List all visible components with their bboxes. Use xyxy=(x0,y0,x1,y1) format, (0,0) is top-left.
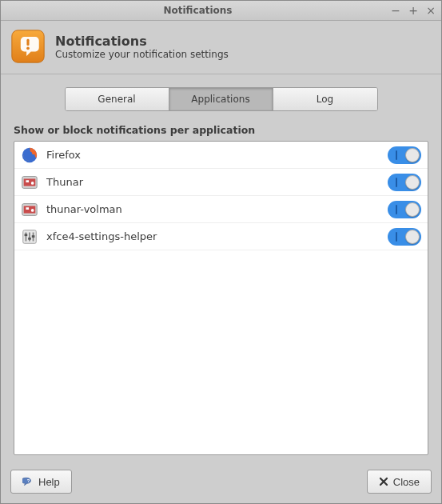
svg-rect-14 xyxy=(29,232,30,241)
svg-point-2 xyxy=(26,46,30,50)
help-icon: ? xyxy=(22,476,34,487)
app-row-settings-helper: xfce4-settings-helper xyxy=(14,223,428,250)
close-button[interactable]: Close xyxy=(367,470,432,494)
svg-rect-18 xyxy=(32,235,35,238)
app-row-thunar: Thunar xyxy=(14,169,428,196)
help-label: Help xyxy=(38,476,60,488)
svg-rect-6 xyxy=(26,180,29,182)
svg-rect-1 xyxy=(26,39,29,46)
section-label: Show or block notifications per applicat… xyxy=(14,124,428,136)
svg-rect-13 xyxy=(26,232,27,241)
tab-applications[interactable]: Applications xyxy=(169,88,273,110)
window-title: Notifications xyxy=(6,5,390,16)
app-list: Firefox Thunar xyxy=(14,141,428,455)
app-row-firefox: Firefox xyxy=(14,142,428,169)
app-name: thunar-volman xyxy=(46,203,380,215)
svg-rect-10 xyxy=(26,207,29,210)
firefox-icon xyxy=(21,146,38,164)
toggle-settings-helper[interactable] xyxy=(388,228,421,246)
svg-point-7 xyxy=(31,182,34,185)
svg-rect-16 xyxy=(25,234,28,236)
header: Notifications Customize your notificatio… xyxy=(1,21,441,74)
app-row-thunar-volman: thunar-volman xyxy=(14,196,428,223)
header-title: Notifications xyxy=(55,34,229,49)
content: General Applications Log Show or block n… xyxy=(1,74,441,462)
header-text: Notifications Customize your notificatio… xyxy=(55,34,229,60)
svg-point-11 xyxy=(31,209,34,212)
maximize-button[interactable]: + xyxy=(408,5,419,16)
close-icon xyxy=(379,477,388,486)
app-name: Firefox xyxy=(46,149,380,161)
header-subtitle: Customize your notification settings xyxy=(55,49,229,60)
app-name: xfce4-settings-helper xyxy=(46,230,380,242)
close-label: Close xyxy=(393,476,420,488)
tab-log[interactable]: Log xyxy=(273,88,377,110)
titlebar: Notifications − + × xyxy=(1,1,441,21)
app-name: Thunar xyxy=(46,176,380,188)
tab-general[interactable]: General xyxy=(66,88,169,110)
notifications-icon xyxy=(10,29,46,64)
help-button[interactable]: ? Help xyxy=(10,470,72,494)
tab-bar: General Applications Log xyxy=(14,87,428,111)
svg-text:?: ? xyxy=(27,478,30,483)
close-window-button[interactable]: × xyxy=(425,5,436,16)
svg-point-3 xyxy=(22,147,37,162)
thunar-icon xyxy=(21,174,38,191)
window-controls: − + × xyxy=(390,5,436,16)
thunar-volman-icon xyxy=(21,201,38,218)
svg-rect-17 xyxy=(28,237,31,239)
toggle-thunar[interactable] xyxy=(388,174,421,191)
tab-group: General Applications Log xyxy=(65,87,378,111)
minimize-button[interactable]: − xyxy=(390,5,401,16)
notifications-window: Notifications − + × Notifica xyxy=(0,0,442,504)
settings-helper-icon xyxy=(21,228,38,246)
toggle-firefox[interactable] xyxy=(388,146,421,164)
footer: ? Help Close xyxy=(1,462,441,503)
toggle-thunar-volman[interactable] xyxy=(388,201,421,218)
